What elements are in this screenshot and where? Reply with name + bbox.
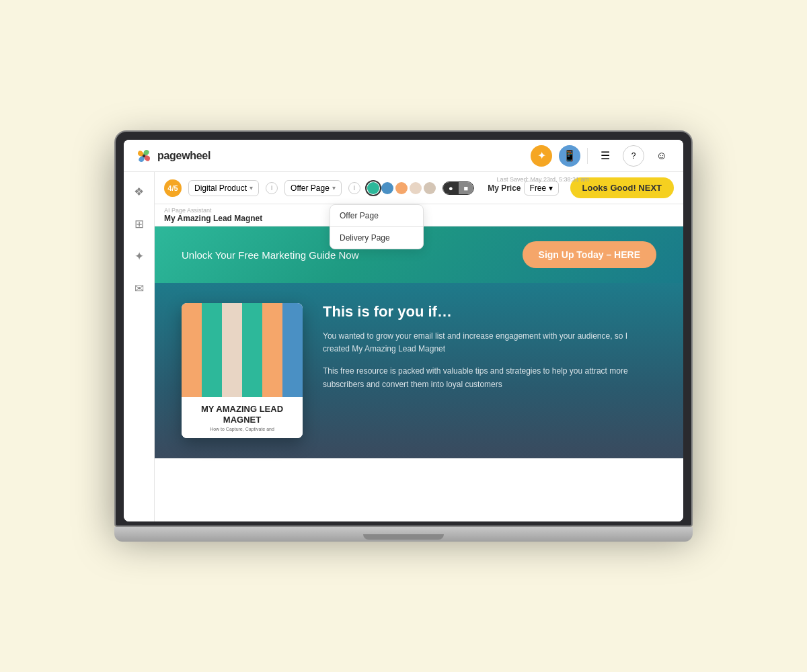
style-toggle: ● ■ <box>443 181 474 195</box>
dropdown-item-offer[interactable]: Offer Page <box>330 205 423 226</box>
sidebar-icon-wand[interactable]: ✦ <box>129 246 149 266</box>
page-type-dropdown: Offer Page Delivery Page <box>330 204 424 249</box>
step-badge: 4/5 <box>164 179 182 197</box>
stripe-2 <box>202 303 222 397</box>
page-info-icon[interactable]: i <box>348 182 360 194</box>
page-preview: Unlock Your Free Marketing Guide Now Sig… <box>155 226 683 521</box>
chevron-down-icon: ▾ <box>249 184 253 192</box>
logo-text: pagewheel <box>157 150 210 162</box>
hero-text: Unlock Your Free Marketing Guide Now <box>182 249 358 261</box>
top-bar-right: ✦ 📱 ☰ ? ☺ <box>531 145 672 167</box>
stripe-1 <box>182 303 202 397</box>
app-layout: ❖ ⊞ ✦ ✉ 4/5 Digital Product ▾ i <box>124 172 683 521</box>
book-cover-stripes <box>182 303 303 397</box>
top-bar: pagewheel ✦ 📱 ☰ ? ☺ <box>124 140 683 172</box>
smiley-icon-btn[interactable]: ☺ <box>651 145 672 167</box>
preview-copy: This is for you if… You wanted to grow y… <box>323 303 656 401</box>
ai-label: AI Page Assistant <box>164 207 262 214</box>
color-dot-light1[interactable] <box>410 182 422 194</box>
preview-section2: MY AMAZING LEAD MAGNET How to Capture, C… <box>155 283 683 458</box>
cta-button[interactable]: Sign Up Today – HERE <box>523 241 656 268</box>
sidebar: ❖ ⊞ ✦ ✉ <box>124 172 155 521</box>
color-dot-teal[interactable] <box>367 182 379 194</box>
laptop-notch <box>363 534 444 540</box>
style-btn-dark[interactable]: ● <box>443 182 459 194</box>
book-subtitle: How to Capture, Captivate and <box>190 427 295 431</box>
toolbar: 4/5 Digital Product ▾ i Offer Page ▾ i <box>155 172 683 204</box>
list-icon-btn[interactable]: ☰ <box>594 145 616 167</box>
preview-para-1: You wanted to grow your email list and i… <box>323 330 656 355</box>
ai-title: My Amazing Lead Magnet <box>164 214 262 223</box>
laptop-screen-outer: pagewheel ✦ 📱 ☰ ? ☺ ❖ ⊞ ✦ ✉ <box>114 130 693 527</box>
laptop-wrapper: pagewheel ✦ 📱 ☰ ? ☺ ❖ ⊞ ✦ ✉ <box>114 130 693 542</box>
stripe-3 <box>222 303 242 397</box>
main-area: 4/5 Digital Product ▾ i Offer Page ▾ i <box>155 172 683 521</box>
price-chevron-icon: ▾ <box>549 183 553 193</box>
style-btn-light[interactable]: ■ <box>459 182 474 194</box>
book-mockup: MY AMAZING LEAD MAGNET How to Capture, C… <box>182 303 303 438</box>
pinwheel-icon <box>134 146 153 165</box>
book-title-area: MY AMAZING LEAD MAGNET How to Capture, C… <box>182 397 303 438</box>
color-dot-salmon[interactable] <box>395 182 408 194</box>
laptop-base <box>114 527 693 542</box>
product-type-select[interactable]: Digital Product ▾ <box>188 180 259 196</box>
logo-area: pagewheel <box>134 146 210 165</box>
save-status: Last Saved: May 23rd, 5:38:31 am <box>496 176 589 183</box>
help-icon-btn[interactable]: ? <box>623 145 644 167</box>
stripe-5 <box>262 303 282 397</box>
price-value: Free <box>530 183 547 193</box>
color-dot-blue[interactable] <box>381 182 393 194</box>
color-dot-light2[interactable] <box>424 182 436 194</box>
product-type-label: Digital Product <box>194 183 247 193</box>
product-info-icon[interactable]: i <box>266 182 278 194</box>
dropdown-item-delivery[interactable]: Delivery Page <box>330 227 423 249</box>
svg-point-0 <box>143 154 145 157</box>
magic-icon-btn[interactable]: ✦ <box>531 145 552 167</box>
sidebar-icon-grid[interactable]: ❖ <box>129 181 149 202</box>
laptop-screen-inner: pagewheel ✦ 📱 ☰ ? ☺ ❖ ⊞ ✦ ✉ <box>124 140 683 521</box>
preview-heading: This is for you if… <box>323 303 656 321</box>
ai-assistant-area: AI Page Assistant My Amazing Lead Magnet <box>164 204 262 226</box>
price-label: My Price <box>488 183 521 193</box>
top-bar-divider <box>587 148 588 164</box>
stripe-6 <box>282 303 303 397</box>
page-type-select[interactable]: Offer Page ▾ <box>284 180 342 196</box>
preview-para-2: This free resource is packed with valuab… <box>323 365 656 390</box>
sidebar-icon-layers[interactable]: ⊞ <box>129 214 149 234</box>
toolbar-sub: AI Page Assistant My Amazing Lead Magnet… <box>155 204 683 226</box>
phone-icon-btn[interactable]: 📱 <box>559 145 580 167</box>
book-main-title: MY AMAZING LEAD MAGNET <box>190 404 295 425</box>
stripe-4 <box>242 303 262 397</box>
color-palette <box>367 182 436 194</box>
page-type-label: Offer Page <box>291 183 330 193</box>
page-type-chevron-icon: ▾ <box>332 184 336 192</box>
sidebar-icon-mail[interactable]: ✉ <box>129 278 149 298</box>
